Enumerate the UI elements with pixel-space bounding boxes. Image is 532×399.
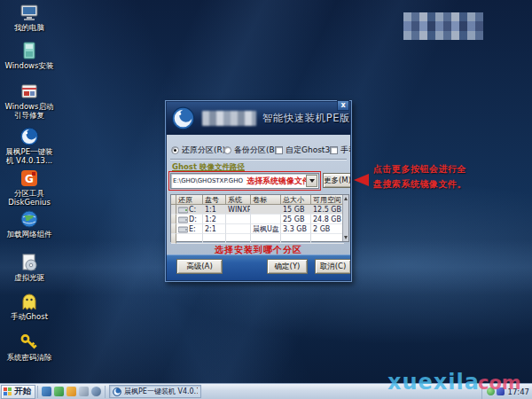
censored-mosaic [403,12,483,40]
table-row-e[interactable]: E: 2:1 晨枫U盘 3.3 GB 2 GB [171,224,348,234]
checkbox-icon [275,146,283,154]
advanced-button[interactable]: 高级(A) [176,259,223,274]
boot-repair-icon [20,82,39,101]
desktop-icon-label: 系统密码清除 [1,353,58,362]
drive-icon [178,226,188,233]
dialog-title: 智能快速装机PE版 [262,112,350,125]
desktop-icon-manual-ghost[interactable]: 手动Ghost [1,292,58,321]
image-path-combobox[interactable]: E:\GHO\GHOSTXP.GHO 选择系统镜像文件 [170,173,319,189]
installer-dialog: 智能快速装机PE版 x 还原分区(R) 备份分区(B) 自定Ghost32 手动… [165,100,352,282]
desktop-icon-label: Windows安装 [1,61,58,70]
desktop-icon-virtual-cdrom[interactable]: 虚拟光驱 [1,253,58,282]
quick-launch [37,386,106,398]
desktop-icon-label: Windows启动 [1,102,58,111]
dropdown-arrow-icon[interactable] [306,175,317,187]
checkbox-manual[interactable]: 手动(G) [330,145,350,156]
chenfeng-logo-icon [171,106,195,130]
chenfeng-logo-icon [113,387,121,396]
table-row-empty [171,234,348,244]
desktop-icon-label: 机 V4.0.13... [1,156,58,165]
checkbox-icon [330,146,338,154]
desktop-icon-clear-password[interactable]: 系统密码清除 [1,332,58,362]
annotation-text: 点击更多按钮会进行全 盘搜索系统镜像文件。 [373,161,471,192]
desktop: 我的电脑 Windows安装 Windows启动 引导修复 晨枫PE一键装 机 … [0,0,532,399]
taskbar-task-button[interactable]: 晨枫PE一键装机 V4.0.1... [109,385,201,398]
radio-restore-partition[interactable]: 还原分区(R) [171,145,225,156]
desktop-icon-label: 虚拟光驱 [1,273,58,282]
desktop-icon-chenfeng-pe[interactable]: 晨枫PE一键装 机 V4.0.13... [1,127,58,165]
chenfeng-logo-icon [20,127,39,146]
desktop-icon-label: 加载网络组件 [1,230,58,239]
partition-table[interactable]: 还原 盘号 系统 卷标 总大小 可用空间 C: 1:1 WINXP 15 GB … [170,194,349,242]
diskgenius-icon: G [20,168,39,188]
checkbox-custom-ghost32[interactable]: 自定Ghost32 [275,145,335,156]
table-row-d[interactable]: D: 1:2 25 GB 24.8 GB [171,215,348,224]
desktop-icon-label: 手动Ghost [1,312,58,321]
radio-icon [223,146,231,154]
site-watermark: xuexilacom [387,370,521,395]
virtual-cdrom-icon [20,253,39,272]
quicklaunch-desktop-icon[interactable] [42,387,51,396]
table-header-row: 还原 盘号 系统 卷标 总大小 可用空间 [171,195,348,205]
close-button[interactable]: x [337,100,349,111]
windows-install-icon [20,41,39,60]
more-button[interactable]: 更多(M) [323,173,350,188]
radio-icon [171,146,179,154]
image-path-annotation: 选择系统镜像文件 [246,176,310,187]
desktop-icon-label: 晨枫PE一键装 [1,147,58,156]
table-scrollbar[interactable] [342,195,348,241]
censored-brand-name [202,111,256,126]
quicklaunch-network-icon[interactable] [91,387,101,396]
dialog-body: 还原分区(R) 备份分区(B) 自定Ghost32 手动(G) Ghost 映像… [167,135,350,280]
quicklaunch-folder-icon[interactable] [66,387,76,396]
quicklaunch-app-icon[interactable] [54,387,64,396]
windows-logo-icon [4,387,12,395]
dialog-titlebar[interactable]: 智能快速装机PE版 x [167,102,350,135]
image-path-value: E:\GHO\GHOSTXP.GHO [173,177,243,184]
desktop-icon-label: 我的电脑 [1,23,58,32]
table-row-c[interactable]: C: 1:1 WINXP 15 GB 12.5 GB [171,205,348,215]
globe-icon [20,209,39,229]
drive-icon [178,207,188,214]
my-computer-icon [20,3,39,22]
key-icon [20,332,39,352]
desktop-icon-my-computer[interactable]: 我的电脑 [1,3,58,32]
start-button[interactable]: 开始 [1,385,35,399]
separator [170,159,347,160]
dialog-button-band: 高级(A) 确定(Y) 取消(C) [167,254,350,280]
quicklaunch-window-icon[interactable] [79,387,89,396]
ghost-icon [20,292,39,311]
desktop-icon-load-network[interactable]: 加载网络组件 [1,209,58,239]
desktop-icon-diskgenius[interactable]: G 分区工具 DiskGenius [1,168,58,207]
drive-icon [178,216,188,223]
desktop-icon-label: 引导修复 [1,111,58,120]
desktop-icon-label: DiskGenius [1,198,58,207]
desktop-icon-windows-install[interactable]: Windows安装 [1,41,58,70]
cancel-button[interactable]: 取消(C) [315,259,350,274]
radio-backup-partition[interactable]: 备份分区(B) [223,145,278,156]
desktop-icon-label: 分区工具 [1,189,58,198]
red-highlight-box: E:\GHO\GHOSTXP.GHO 选择系统镜像文件 [168,171,321,191]
ok-button[interactable]: 确定(Y) [267,259,308,274]
desktop-icon-boot-repair[interactable]: Windows启动 引导修复 [1,82,58,120]
annotation-arrow-icon [354,174,369,186]
